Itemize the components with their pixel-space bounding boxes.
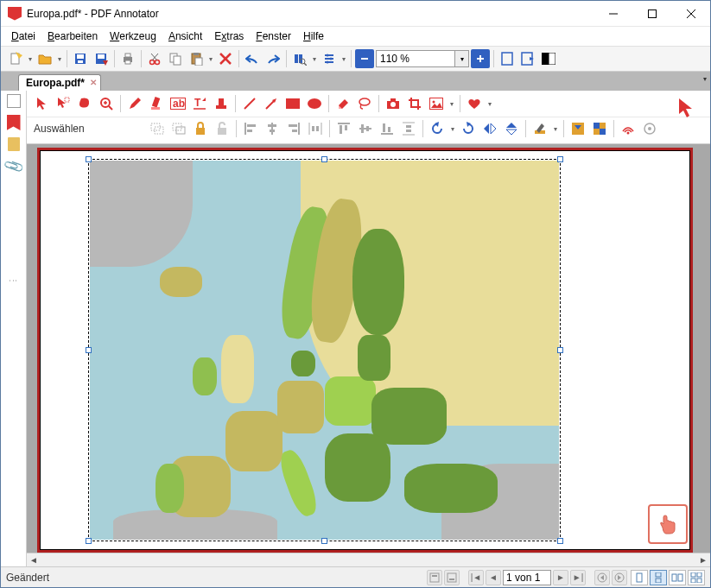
opacity-button[interactable] bbox=[590, 119, 609, 138]
next-page-button[interactable]: ► bbox=[553, 570, 568, 585]
horizontal-scrollbar[interactable]: ◄ ► bbox=[27, 553, 710, 566]
print-button[interactable] bbox=[118, 49, 137, 68]
align-center-button[interactable] bbox=[263, 119, 282, 138]
favorite-tool[interactable] bbox=[465, 94, 484, 113]
sidepanel-attachment-icon[interactable]: 📎 bbox=[2, 155, 25, 177]
minimize-button[interactable] bbox=[594, 1, 632, 26]
maximize-button[interactable] bbox=[632, 1, 671, 26]
arrow-tool[interactable] bbox=[262, 94, 281, 113]
scroll-left-icon[interactable]: ◄ bbox=[27, 554, 41, 566]
redo-button[interactable] bbox=[263, 49, 282, 68]
zoom-combo[interactable]: ▾ bbox=[376, 50, 469, 67]
ungroup-button[interactable] bbox=[169, 119, 188, 138]
underline-tool[interactable]: T bbox=[190, 94, 209, 113]
menu-view[interactable]: Ansicht bbox=[163, 28, 207, 44]
prev-page-button[interactable]: ◄ bbox=[486, 570, 501, 585]
view-facing-continuous-button[interactable] bbox=[688, 570, 705, 585]
menu-edit[interactable]: Bearbeiten bbox=[42, 28, 103, 44]
rotate-left-button[interactable] bbox=[428, 119, 447, 138]
zoom-tool[interactable] bbox=[97, 94, 116, 113]
search-dropdown[interactable]: ▾ bbox=[311, 55, 318, 63]
eraser-tool[interactable] bbox=[333, 94, 352, 113]
handle-ne[interactable] bbox=[557, 156, 563, 162]
selection-rectangle[interactable] bbox=[88, 159, 561, 541]
paste-dropdown[interactable]: ▾ bbox=[207, 55, 214, 63]
ellipse-tool[interactable] bbox=[305, 94, 324, 113]
undo-button[interactable] bbox=[243, 49, 262, 68]
sidepanel-bookmark-icon[interactable] bbox=[7, 115, 21, 130]
sidepanel-expand-icon[interactable]: ⋮ bbox=[9, 276, 18, 283]
image-tool[interactable] bbox=[427, 94, 446, 113]
paste-button[interactable] bbox=[187, 49, 206, 68]
page-field[interactable]: 1 von 1 bbox=[503, 570, 551, 585]
pointer-tool[interactable] bbox=[32, 94, 51, 113]
misc-tool[interactable] bbox=[640, 119, 659, 138]
favorite-dropdown[interactable]: ▾ bbox=[486, 100, 493, 108]
sidepanel-blank-icon[interactable] bbox=[7, 94, 21, 108]
handle-n[interactable] bbox=[321, 156, 327, 162]
camera-tool[interactable] bbox=[384, 94, 403, 113]
zoom-out-button[interactable] bbox=[355, 49, 374, 68]
menu-help[interactable]: Hilfe bbox=[298, 28, 329, 44]
align-right-button[interactable] bbox=[284, 119, 303, 138]
lasso-tool[interactable] bbox=[75, 94, 94, 113]
flip-v-button[interactable] bbox=[502, 119, 521, 138]
save-button[interactable] bbox=[71, 49, 90, 68]
new-button[interactable] bbox=[6, 49, 25, 68]
distribute-v-button[interactable] bbox=[399, 119, 418, 138]
nav-thumb1-button[interactable] bbox=[427, 570, 442, 585]
two-page-button[interactable] bbox=[539, 49, 558, 68]
fit-width-button[interactable] bbox=[518, 49, 537, 68]
fit-page-button[interactable] bbox=[498, 49, 517, 68]
scroll-right-icon[interactable]: ► bbox=[696, 554, 710, 566]
crop-tool[interactable] bbox=[405, 94, 424, 113]
history-forward-button[interactable] bbox=[612, 570, 627, 585]
zoom-input[interactable] bbox=[377, 53, 454, 65]
color-dropdown[interactable]: ▾ bbox=[552, 125, 559, 133]
copy-button[interactable] bbox=[166, 49, 185, 68]
last-page-button[interactable]: ►| bbox=[570, 570, 586, 585]
menu-file[interactable]: Datei bbox=[6, 28, 41, 44]
rotate-right-button[interactable] bbox=[459, 119, 478, 138]
handle-se[interactable] bbox=[557, 538, 563, 544]
settings-button[interactable] bbox=[320, 49, 339, 68]
delete-button[interactable] bbox=[216, 49, 235, 68]
align-middle-button[interactable] bbox=[356, 119, 375, 138]
menu-extras[interactable]: Extras bbox=[209, 28, 249, 44]
search-button[interactable] bbox=[290, 49, 309, 68]
close-button[interactable] bbox=[671, 1, 710, 26]
tab-list-dropdown[interactable]: ▾ bbox=[703, 75, 707, 83]
flip-h-button[interactable] bbox=[480, 119, 499, 138]
color-button[interactable] bbox=[530, 119, 549, 138]
nav-thumb2-button[interactable] bbox=[444, 570, 460, 585]
zoom-dropdown[interactable]: ▾ bbox=[454, 51, 468, 66]
gesture-button[interactable] bbox=[648, 504, 688, 544]
settings-dropdown[interactable]: ▾ bbox=[340, 55, 347, 63]
view-single-button[interactable] bbox=[631, 570, 648, 585]
wifi-tool[interactable] bbox=[619, 119, 638, 138]
group-button[interactable] bbox=[148, 119, 167, 138]
lock-button[interactable] bbox=[191, 119, 210, 138]
canvas[interactable]: ◄ ► bbox=[27, 144, 710, 566]
history-back-button[interactable] bbox=[594, 570, 610, 585]
handle-w[interactable] bbox=[86, 347, 92, 353]
align-left-button[interactable] bbox=[241, 119, 260, 138]
align-top-button[interactable] bbox=[334, 119, 353, 138]
zoom-in-button[interactable] bbox=[471, 49, 490, 68]
menu-tool[interactable]: Werkzeug bbox=[105, 28, 162, 44]
view-facing-button[interactable] bbox=[669, 570, 686, 585]
handle-nw[interactable] bbox=[86, 156, 92, 162]
handle-e[interactable] bbox=[557, 347, 563, 353]
rotate-dropdown[interactable]: ▾ bbox=[449, 125, 456, 133]
tab-close-icon[interactable]: ✕ bbox=[90, 78, 97, 87]
first-page-button[interactable]: |◄ bbox=[468, 570, 484, 585]
new-dropdown[interactable]: ▾ bbox=[27, 55, 34, 63]
unlock-button[interactable] bbox=[213, 119, 232, 138]
document-tab[interactable]: Europa.pdf* ✕ bbox=[18, 74, 101, 91]
rectangle-tool[interactable] bbox=[283, 94, 302, 113]
save-as-button[interactable] bbox=[92, 49, 111, 68]
align-bottom-button[interactable] bbox=[378, 119, 397, 138]
distribute-h-button[interactable] bbox=[306, 119, 325, 138]
text-tool[interactable]: ab bbox=[168, 94, 187, 113]
open-dropdown[interactable]: ▾ bbox=[56, 55, 63, 63]
